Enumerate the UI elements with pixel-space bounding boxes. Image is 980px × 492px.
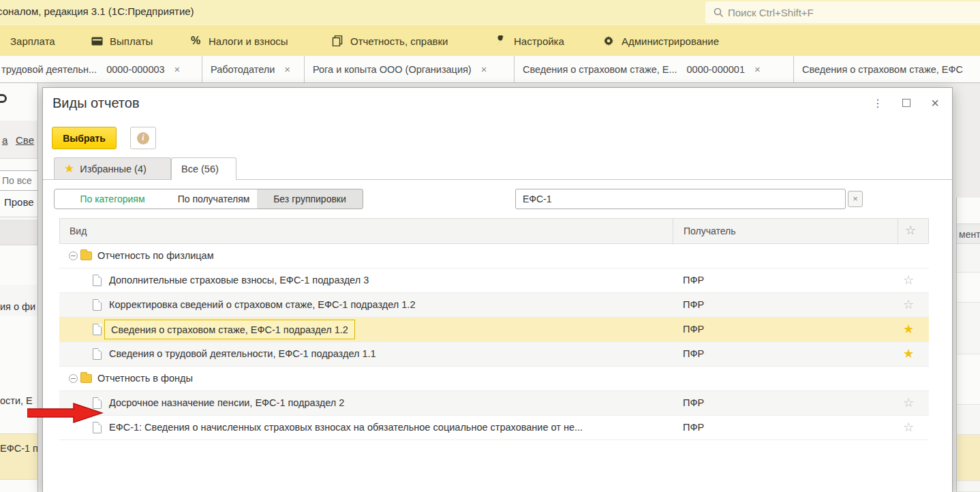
background-button-fragment[interactable]: Прове <box>4 196 34 208</box>
report-type-label: Досрочное назначение пенсии, ЕФС-1 подра… <box>109 397 344 408</box>
table-row-group[interactable]: Отчетность по физлицам <box>59 244 929 268</box>
background-row <box>957 244 980 273</box>
recipient-value: ПФР <box>683 324 704 335</box>
no-grouping-button[interactable]: Без группировки <box>257 189 363 209</box>
card-icon <box>91 35 103 47</box>
favorite-star-icon[interactable]: ☆ <box>903 297 914 312</box>
window-titlebar: соналом, редакция 3.1 (1С:Предприятие) П… <box>0 0 980 25</box>
background-link[interactable]: а <box>2 134 7 146</box>
tab-label: Рога и копыта ООО (Организация) <box>313 64 472 75</box>
dialog-title: Виды отчетов <box>52 95 140 111</box>
tab-label: трудовой деятельн... <box>1 64 97 75</box>
column-divider <box>898 219 898 245</box>
close-icon[interactable]: × <box>754 63 761 75</box>
global-search-placeholder: Поиск Ctrl+Shift+F <box>728 7 814 18</box>
column-header-kind[interactable]: Вид <box>70 226 87 236</box>
tab-label: Сведения о страховом стаже, ЕФС <box>802 64 963 75</box>
report-kinds-dialog: Виды отчетов ⋮ × Выбрать i ★ Избранные (… <box>42 87 953 492</box>
tab-insurance-record-1[interactable]: Сведения о страховом стаже, Е... 0000-00… <box>515 56 794 82</box>
table-row[interactable]: Досрочное назначение пенсии, ЕФС-1 подра… <box>59 391 929 416</box>
favorite-star-icon[interactable]: ☆ <box>903 273 914 288</box>
table-row[interactable]: ЕФС-1: Сведения о начисленных страховых … <box>59 416 929 440</box>
menu-item-administration[interactable]: Администрирование <box>602 25 719 57</box>
table-row-selected[interactable]: Сведения о страховом стаже, ЕФС-1 подраз… <box>59 318 929 342</box>
menu-item-reports[interactable]: Отчетность, справки <box>331 25 448 57</box>
table-row[interactable]: Корректировка сведений о страховом стаже… <box>59 293 929 318</box>
close-icon[interactable]: × <box>929 97 941 109</box>
menu-label: Зарплата <box>10 35 55 47</box>
menu-label: Налоги и взносы <box>209 35 288 47</box>
favorite-star-icon[interactable]: ☆ <box>903 395 914 410</box>
global-search-input[interactable]: Поиск Ctrl+Shift+F <box>705 1 980 23</box>
tab-label: Работодатели <box>211 64 275 75</box>
close-icon[interactable]: × <box>284 63 290 75</box>
tab-all[interactable]: Все (56) <box>171 157 236 180</box>
app-title: соналом, редакция 3.1 (1С:Предприятие) <box>0 5 194 17</box>
menu-label: Настройка <box>514 35 564 47</box>
divider <box>0 217 38 217</box>
recipient-value: ПФР <box>683 299 704 310</box>
background-row <box>957 303 980 354</box>
star-icon: ★ <box>64 162 74 176</box>
menu-label: Администрирование <box>622 35 719 47</box>
maximize-icon[interactable] <box>900 97 913 109</box>
recipient-value: ПФР <box>683 275 704 286</box>
group-by-categories-button[interactable]: По категориям <box>54 189 171 209</box>
more-icon[interactable]: ⋮ <box>872 97 884 109</box>
close-icon[interactable]: × <box>174 63 181 75</box>
report-type-label: Сведения о страховом стаже, ЕФС-1 подраз… <box>111 324 348 335</box>
tab-code: 0000-000003 <box>106 64 164 75</box>
menu-item-payments[interactable]: Выплаты <box>91 25 153 57</box>
report-type-label: Сведения о трудовой деятельности, ЕФС-1 … <box>109 348 376 359</box>
table-row[interactable]: Сведения о трудовой деятельности, ЕФС-1 … <box>59 342 929 367</box>
background-row <box>957 273 980 303</box>
document-tabbar: трудовой деятельн... 0000-000003 × Работ… <box>0 56 980 83</box>
background-window-left: а Све Прове ия о фи ости, Е ЕФС-1 п <box>0 83 38 492</box>
tab-employers[interactable]: Работодатели × <box>202 56 305 82</box>
menu-item-salary[interactable]: Зарплата <box>10 25 55 57</box>
background-filter-input[interactable] <box>0 170 38 191</box>
tab-organization[interactable]: Рога и копыта ООО (Организация) × <box>305 56 515 82</box>
tab-label: Все (56) <box>181 164 219 174</box>
collapse-icon[interactable] <box>69 251 78 260</box>
tab-favorites[interactable]: ★ Избранные (4) <box>54 157 171 179</box>
select-button[interactable]: Выбрать <box>52 127 117 149</box>
group-label: Отчетность по физлицам <box>97 250 214 261</box>
info-button[interactable]: i <box>130 127 156 149</box>
tab-insurance-record-2[interactable]: Сведения о страховом стаже, ЕФС <box>794 56 980 82</box>
favorite-star-icon[interactable]: ★ <box>903 322 914 337</box>
report-search-input[interactable] <box>515 189 846 209</box>
favorite-star-icon[interactable]: ★ <box>903 346 914 361</box>
column-divider <box>673 219 673 245</box>
background-link[interactable]: Све <box>16 134 34 146</box>
background-column-header-fragment: мент <box>957 224 980 244</box>
dialog-window-controls: ⋮ × <box>872 97 941 109</box>
background-highlight-row <box>957 435 980 481</box>
wrench-icon <box>495 35 507 47</box>
info-icon: i <box>137 132 149 144</box>
menu-item-settings[interactable]: Настройка <box>495 25 564 57</box>
table-row-group[interactable]: Отчетность в фонды <box>59 367 929 391</box>
close-icon[interactable]: × <box>481 63 487 75</box>
report-type-label: ЕФС-1: Сведения о начисленных страховых … <box>109 422 583 433</box>
collapse-icon[interactable] <box>69 374 78 383</box>
tab-labor-activity[interactable]: трудовой деятельн... 0000-000003 × <box>0 56 202 82</box>
menu-label: Отчетность, справки <box>350 35 448 47</box>
column-header-recipient[interactable]: Получатель <box>684 226 736 236</box>
search-icon <box>714 7 724 18</box>
folder-icon <box>80 251 92 260</box>
background-links-band: а Све <box>0 121 38 159</box>
menu-item-taxes[interactable]: % Налоги и взносы <box>189 25 288 57</box>
group-by-recipients-button[interactable]: По получателям <box>170 189 258 209</box>
background-header-band <box>0 219 38 245</box>
report-type-label: Корректировка сведений о страховом стаже… <box>109 299 415 310</box>
background-row <box>957 354 980 405</box>
table-row[interactable]: Дополнительные страховые взносы, ЕФС-1 п… <box>59 268 929 293</box>
tab-label: Сведения о страховом стаже, Е... <box>523 64 677 75</box>
favorite-star-icon[interactable]: ☆ <box>903 420 914 435</box>
table-header: Вид Получатель ☆ <box>59 218 929 244</box>
document-icon <box>93 397 102 409</box>
background-row <box>957 405 980 435</box>
clear-search-icon[interactable]: × <box>848 191 863 207</box>
column-header-star-icon[interactable]: ☆ <box>905 223 916 238</box>
